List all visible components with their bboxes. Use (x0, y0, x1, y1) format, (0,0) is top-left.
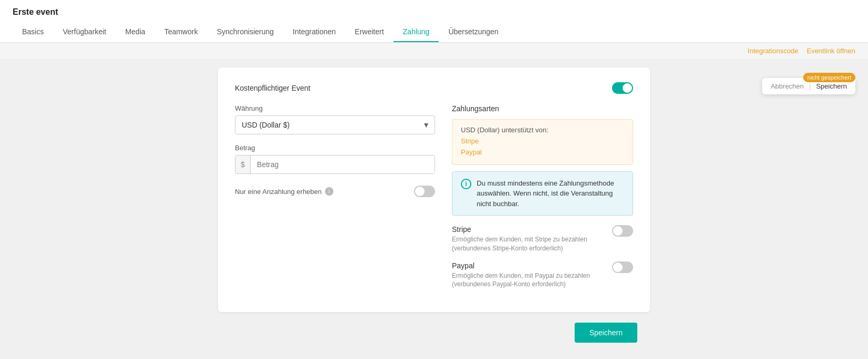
stripe-desc: Ermögliche dem Kunden, mit Stripe zu bez… (452, 235, 610, 253)
betrag-input[interactable] (251, 156, 435, 173)
betrag-group: Betrag $ (235, 144, 435, 174)
anzahlung-row: Nur eine Anzahlung erheben i (235, 183, 435, 199)
cancel-button[interactable]: Abbrechen (771, 82, 804, 90)
page-title: Erste event (13, 7, 855, 17)
info-circle-icon: i (461, 179, 471, 189)
payment-card: Kostenpflichtiger Event Währung USD (Dol… (218, 67, 650, 312)
wahrung-label: Währung (235, 104, 435, 112)
anzahlung-toggle[interactable] (414, 186, 435, 197)
stripe-name: Stripe (452, 225, 610, 234)
tab-teamwork[interactable]: Teamwork (155, 22, 208, 42)
anzahlung-label-group: Nur eine Anzahlung erheben i (235, 187, 333, 196)
tab-synchronisierung[interactable]: Synchronisierung (208, 22, 283, 42)
save-button-bottom[interactable]: Speichern (575, 323, 637, 343)
tab-basics[interactable]: Basics (13, 22, 53, 42)
tab-ubersetzungen[interactable]: Übersetzungen (439, 22, 508, 42)
info-box: i Du musst mindestens eine Zahlungsmetho… (452, 171, 633, 216)
tab-zahlung[interactable]: Zahlung (393, 22, 439, 42)
stripe-link: Stripe (461, 136, 624, 147)
right-column: Zahlungsarten USD (Dollar) unterstützt v… (452, 104, 633, 297)
tab-erweitert[interactable]: Erweitert (346, 22, 393, 42)
page-header: Erste event Basics Verfügbarkeit Media T… (0, 0, 868, 43)
paypal-link: Paypal (461, 147, 624, 158)
anzahlung-label: Nur eine Anzahlung erheben (235, 188, 322, 196)
kostenpflichtiger-toggle[interactable] (612, 82, 633, 94)
wahrung-select-wrapper: USD (Dollar $) EUR (Euro €) GBP (Pound £… (235, 115, 435, 134)
nav-tabs: Basics Verfügbarkeit Media Teamwork Sync… (13, 22, 855, 42)
save-button-floating[interactable]: Speichern (816, 82, 847, 90)
betrag-input-wrapper: $ (235, 155, 435, 174)
not-saved-badge: nicht gespeichert (803, 73, 855, 82)
two-col-layout: Währung USD (Dollar $) EUR (Euro €) GBP … (235, 104, 633, 297)
wahrung-select[interactable]: USD (Dollar $) EUR (Euro €) GBP (Pound £… (235, 115, 435, 134)
integrationscode-link[interactable]: Integrationscode (748, 47, 798, 55)
warning-text: USD (Dollar) unterstützt von: (461, 126, 624, 134)
warning-box: USD (Dollar) unterstützt von: Stripe Pay… (452, 119, 633, 165)
stripe-method: Stripe Ermögliche dem Kunden, mit Stripe… (452, 225, 633, 253)
kostenpflichtiger-label: Kostenpflichtiger Event (235, 84, 310, 92)
top-action-bar: Integrationscode Eventlink öffnen (0, 43, 868, 59)
dollar-prefix: $ (235, 156, 251, 173)
tab-media[interactable]: Media (116, 22, 155, 42)
zahlungsarten-title: Zahlungsarten (452, 104, 633, 113)
paypal-method-header: Paypal Ermögliche dem Kunden, mit Paypal… (452, 261, 633, 289)
divider: | (809, 82, 811, 90)
tab-integrationen[interactable]: Integrationen (283, 22, 346, 42)
stripe-method-info: Stripe Ermögliche dem Kunden, mit Stripe… (452, 225, 610, 253)
main-content: Kostenpflichtiger Event Währung USD (Dol… (0, 59, 868, 359)
stripe-toggle[interactable] (612, 225, 633, 237)
tab-verfugbarkeit[interactable]: Verfügbarkeit (53, 22, 116, 42)
info-box-text: Du musst mindestens eine Zahlungsmethode… (477, 178, 624, 209)
floating-bar: nicht gespeichert Abbrechen | Speichern (762, 78, 855, 94)
paypal-name: Paypal (452, 261, 610, 270)
card-header-row: Kostenpflichtiger Event (235, 82, 633, 94)
paypal-method-info: Paypal Ermögliche dem Kunden, mit Paypal… (452, 261, 610, 289)
left-column: Währung USD (Dollar $) EUR (Euro €) GBP … (235, 104, 435, 297)
wahrung-group: Währung USD (Dollar $) EUR (Euro €) GBP … (235, 104, 435, 134)
info-icon[interactable]: i (325, 187, 333, 196)
eventlink-link[interactable]: Eventlink öffnen (807, 47, 855, 55)
betrag-label: Betrag (235, 144, 435, 152)
bottom-save-bar: Speichern (218, 312, 650, 353)
paypal-toggle[interactable] (612, 261, 633, 273)
paypal-desc: Ermögliche dem Kunden, mit Paypal zu bez… (452, 271, 610, 289)
paypal-method: Paypal Ermögliche dem Kunden, mit Paypal… (452, 261, 633, 289)
stripe-method-header: Stripe Ermögliche dem Kunden, mit Stripe… (452, 225, 633, 253)
